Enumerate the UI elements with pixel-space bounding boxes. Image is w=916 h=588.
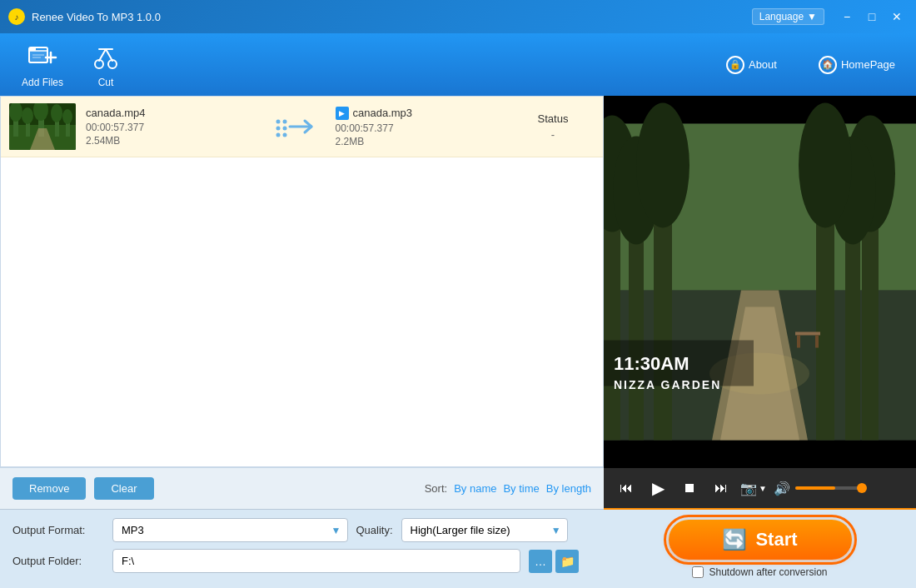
screenshot-button[interactable]: 📷 ▼ — [740, 481, 767, 496]
output-file-info: ▶ canada.mp3 00:00:57.377 2.2MB — [329, 107, 512, 147]
volume-control[interactable]: 🔊 — [774, 481, 862, 496]
left-panel: canada.mp4 00:00:57.377 2.54MB — [0, 96, 604, 588]
shutdown-row: Shutdown after conversion — [692, 566, 827, 578]
volume-icon: 🔊 — [774, 481, 790, 496]
output-size: 2.2MB — [336, 136, 512, 147]
stop-button[interactable]: ⏹ — [677, 476, 702, 501]
play-button[interactable]: ▶ — [645, 476, 670, 501]
arrow-icon — [275, 115, 316, 138]
player-controls: ⏮ ▶ ⏹ ⏭ 📷 ▼ 🔊 — [604, 468, 916, 508]
svg-line-9 — [99, 49, 106, 61]
video-preview: 11:30AM NIZZA GARDEN — [604, 96, 916, 468]
output-filename-row: ▶ canada.mp3 — [336, 107, 512, 120]
svg-point-17 — [22, 107, 33, 124]
svg-point-46 — [799, 103, 852, 228]
add-files-label: Add Files — [22, 77, 63, 88]
about-button[interactable]: 🔒 About — [714, 52, 789, 78]
svg-point-23 — [62, 109, 72, 124]
about-icon: 🔒 — [726, 56, 744, 74]
quality-select[interactable]: High(Larger file size) — [401, 518, 568, 542]
homepage-icon: 🏠 — [819, 56, 837, 74]
camera-dropdown-arrow: ▼ — [759, 484, 767, 493]
thumbnail-image — [9, 103, 76, 150]
format-row: Output Format: MP3 ▼ Quality: High(Large… — [12, 518, 591, 542]
input-size: 2.54MB — [86, 135, 262, 147]
output-duration: 00:00:57.377 — [336, 122, 512, 134]
svg-point-25 — [276, 120, 280, 124]
output-format-label: Output Format: — [12, 524, 104, 536]
app-logo: ♪ — [8, 8, 25, 25]
svg-rect-51 — [815, 336, 819, 348]
start-label: Start — [755, 529, 797, 551]
volume-fill — [795, 486, 835, 490]
cut-button[interactable]: Cut — [77, 35, 135, 95]
sort-area: Sort: By name By time By length — [425, 482, 591, 495]
output-format-select[interactable]: MP3 — [112, 518, 348, 542]
volume-track[interactable] — [795, 486, 862, 490]
table-row: canada.mp4 00:00:57.377 2.54MB — [1, 97, 603, 157]
sort-by-time[interactable]: By time — [503, 482, 539, 495]
svg-text:11:30AM: 11:30AM — [614, 353, 689, 374]
svg-point-28 — [282, 127, 286, 131]
settings-area: Output Format: MP3 ▼ Quality: High(Large… — [0, 509, 604, 588]
right-panel: 11:30AM NIZZA GARDEN ⏮ ▶ ⏹ ⏭ 📷 ▼ 🔊 — [604, 96, 916, 588]
toolbar-right: 🔒 About 🏠 HomePage — [714, 52, 908, 78]
svg-rect-4 — [29, 51, 47, 62]
input-file-info: canada.mp4 00:00:57.377 2.54MB — [76, 107, 262, 147]
quality-wrap: Quality: High(Larger file size) ▼ — [356, 518, 592, 542]
clear-button[interactable]: Clear — [94, 477, 153, 500]
close-button[interactable]: ✕ — [886, 8, 908, 25]
cut-icon — [90, 42, 122, 73]
svg-point-29 — [276, 133, 280, 137]
app-title: Renee Video To MP3 1.0.0 — [32, 11, 752, 23]
open-folder-button[interactable]: 📁 — [555, 550, 579, 573]
svg-point-30 — [282, 133, 286, 137]
thumbnail — [9, 103, 76, 150]
about-label: About — [749, 58, 777, 71]
sort-by-length[interactable]: By length — [546, 482, 591, 495]
homepage-label: HomePage — [841, 58, 895, 71]
svg-text:NIZZA GARDEN: NIZZA GARDEN — [614, 378, 721, 391]
status-area: Status - — [511, 112, 595, 141]
svg-point-40 — [636, 103, 689, 228]
toolbar: Add Files Cut 🔒 About 🏠 HomePage — [0, 33, 916, 96]
maximize-button[interactable]: □ — [861, 8, 883, 25]
remove-button[interactable]: Remove — [12, 477, 86, 500]
shutdown-checkbox[interactable] — [692, 566, 704, 578]
status-value: - — [511, 128, 595, 141]
output-folder-label: Output Folder: — [12, 555, 104, 567]
homepage-button[interactable]: 🏠 HomePage — [806, 52, 908, 78]
output-file-icon: ▶ — [336, 107, 349, 120]
minimize-button[interactable]: − — [836, 8, 858, 25]
volume-thumb[interactable] — [857, 483, 867, 493]
window-controls: Language ▼ − □ ✕ — [752, 8, 908, 25]
output-folder-input[interactable] — [112, 549, 520, 573]
svg-rect-49 — [795, 332, 820, 336]
skip-back-button[interactable]: ⏮ — [614, 476, 639, 501]
add-files-icon — [27, 42, 58, 73]
svg-point-27 — [276, 127, 280, 131]
add-files-button[interactable]: Add Files — [8, 35, 77, 95]
convert-arrow — [262, 115, 329, 138]
input-filename: canada.mp4 — [86, 107, 262, 119]
quality-label: Quality: — [356, 524, 393, 536]
output-filename: canada.mp3 — [353, 107, 413, 119]
folder-buttons: … 📁 — [529, 550, 579, 573]
start-icon: 🔄 — [722, 528, 747, 551]
output-format-select-wrap: MP3 ▼ — [112, 518, 348, 542]
skip-forward-button[interactable]: ⏭ — [709, 476, 734, 501]
language-dropdown-icon: ▼ — [807, 11, 817, 22]
shutdown-label: Shutdown after conversion — [709, 566, 827, 578]
bottom-bar: Remove Clear Sort: By name By time By le… — [0, 467, 604, 509]
cut-label: Cut — [98, 77, 114, 88]
browse-button[interactable]: … — [529, 550, 552, 573]
sort-by-name[interactable]: By name — [454, 482, 496, 495]
language-button[interactable]: Language ▼ — [752, 8, 824, 25]
quality-select-wrap: High(Larger file size) ▼ — [401, 518, 568, 542]
start-button[interactable]: 🔄 Start — [669, 520, 852, 560]
sort-label: Sort: — [425, 482, 447, 495]
svg-point-21 — [51, 104, 62, 122]
title-bar: ♪ Renee Video To MP3 1.0.0 Language ▼ − … — [0, 0, 916, 33]
main-content: canada.mp4 00:00:57.377 2.54MB — [0, 96, 916, 588]
status-label: Status — [511, 112, 595, 125]
